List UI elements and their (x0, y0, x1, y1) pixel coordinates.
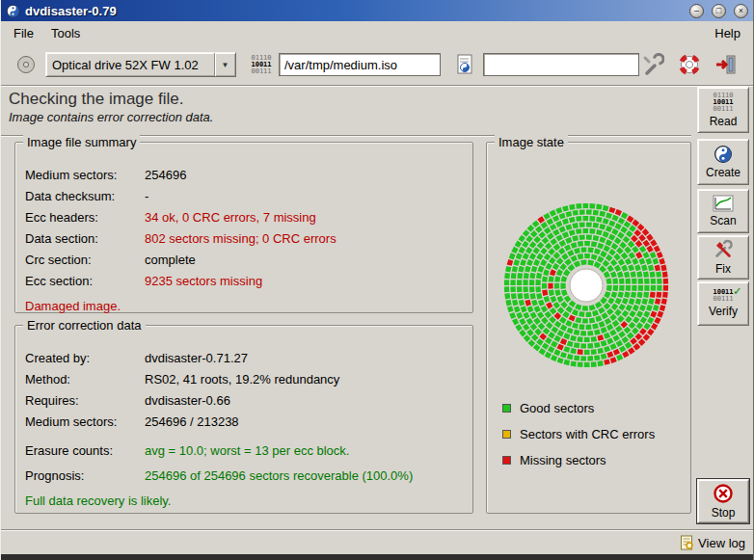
fix-button[interactable]: Fix (697, 235, 749, 280)
summary-row: Medium sectors: 254696 (25, 164, 463, 185)
image-state-frame: Image state Good sectors Sectors with CR… (486, 142, 691, 514)
minimize-button[interactable]: – (689, 4, 704, 18)
footer-separator (1, 529, 753, 531)
legend-good-sectors: Good sectors (502, 395, 655, 421)
chevron-down-icon: ▼ (214, 53, 235, 76)
ecc-row: Medium sectors: 254696 / 213238 (25, 411, 463, 432)
toolbar: Optical drive 52X FW 1.02 ▼ 01110 10011 … (1, 44, 753, 85)
exit-door-icon (714, 53, 738, 76)
ecc-file-input[interactable] (483, 53, 639, 76)
crossed-tools-icon (713, 239, 734, 260)
drive-select-value: Optical drive 52X FW 1.02 (46, 58, 214, 72)
view-log-button[interactable]: View log (680, 535, 745, 550)
toolbar-right-group (639, 51, 741, 78)
status-area: Checking the image file. Image contains … (9, 89, 684, 125)
view-log-icon (680, 535, 694, 550)
help-button[interactable] (676, 51, 703, 78)
summary-row: Ecc headers: 34 ok, 0 CRC errors, 7 miss… (25, 206, 463, 227)
menu-help[interactable]: Help (706, 23, 749, 43)
ecc-row: Created by: dvdisaster-0.71.27 (25, 347, 463, 368)
ecc-row: Erasure counts: avg = 10.0; worst = 13 p… (25, 440, 463, 461)
status-heading: Checking the image file. (9, 89, 684, 109)
read-binary-icon: 01110 10011 00111 (713, 93, 733, 113)
check-icon: ✓ (734, 287, 741, 294)
crc-sector-swatch (502, 430, 511, 439)
ecc-row: Method: RS02, 41 roots, 19.2% redundancy (25, 368, 463, 389)
footerbar: View log (1, 532, 753, 553)
summary-rows: Medium sectors: 254696 Data checksum: - … (15, 143, 472, 312)
create-button[interactable]: Create (697, 139, 749, 185)
ecc-file-icon (456, 54, 475, 75)
stop-icon (713, 483, 734, 504)
quit-button[interactable] (713, 51, 740, 78)
scan-chart-icon (713, 195, 734, 212)
good-sector-swatch (502, 404, 511, 413)
toolbar-separator (1, 85, 753, 87)
window-title: dvdisaster-0.79 (25, 4, 682, 18)
preferences-button[interactable] (639, 51, 666, 78)
ecc-row: Requires: dvdisaster-0.66 (25, 389, 463, 411)
wrench-icon (641, 53, 664, 76)
disc-sector-visualization (498, 197, 675, 374)
summary-row: Ecc section: 9235 sectors missing (25, 270, 463, 291)
yin-yang-icon (714, 145, 733, 164)
menu-tools[interactable]: Tools (42, 23, 89, 43)
menu-file[interactable]: File (5, 23, 42, 43)
menubar: File Tools Help (1, 21, 753, 44)
ecc-file-button[interactable] (452, 51, 479, 78)
disc-drive-icon (15, 54, 37, 75)
summary-row: Data checksum: - (25, 185, 463, 206)
verify-binary-check-icon: 10011 00111 ✓ (713, 289, 733, 303)
image-file-binary-icon: 01110 10011 00111 (251, 55, 271, 75)
ecc-rows: Created by: dvdisaster-0.71.27 Method: R… (15, 326, 472, 513)
stop-button[interactable]: Stop (697, 479, 749, 523)
image-file-input[interactable] (279, 53, 441, 76)
drive-select-button[interactable] (13, 51, 40, 78)
app-window: dvdisaster-0.79 – □ × File Tools Help Op… (0, 0, 754, 560)
action-sidebar: 01110 10011 00111 Read Create Scan (697, 87, 749, 525)
summary-row: Data section: 802 sectors missing; 0 CRC… (25, 227, 463, 249)
app-yin-yang-icon (6, 4, 20, 18)
image-file-button[interactable]: 01110 10011 00111 (248, 51, 275, 78)
error-correction-data-frame: Error correction data Created by: dvdisa… (14, 325, 473, 514)
scan-button[interactable]: Scan (697, 189, 749, 233)
summary-verdict: Damaged image. (25, 295, 463, 316)
maximize-button[interactable]: □ (712, 4, 726, 18)
lifebuoy-icon (678, 53, 701, 76)
drive-select-dropdown[interactable]: Optical drive 52X FW 1.02 ▼ (45, 52, 236, 77)
titlebar[interactable]: dvdisaster-0.79 – □ × (1, 0, 753, 21)
ecc-verdict: Full data recovery is likely. (25, 490, 463, 511)
window-bottom-frame (1, 554, 753, 560)
status-subheading: Image contains error correction data. (9, 109, 684, 125)
sector-legend: Good sectors Sectors with CRC errors Mis… (502, 395, 655, 473)
legend-missing-sectors: Missing sectors (502, 447, 655, 473)
verify-button[interactable]: 10011 00111 ✓ Verify (697, 281, 749, 326)
ecc-row: Prognosis: 254696 of 254696 sectors reco… (25, 465, 463, 486)
read-button[interactable]: 01110 10011 00111 Read (697, 87, 749, 133)
legend-crc-error-sectors: Sectors with CRC errors (502, 421, 655, 447)
image-file-summary-frame: Image file summary Medium sectors: 25469… (14, 142, 473, 313)
missing-sector-swatch (502, 456, 511, 465)
frame-title: Image state (495, 135, 568, 149)
close-button[interactable]: × (734, 4, 748, 18)
summary-row: Crc section: complete (25, 249, 463, 270)
